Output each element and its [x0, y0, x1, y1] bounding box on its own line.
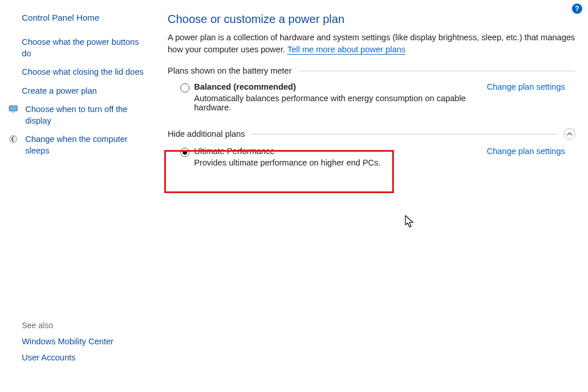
plan-text: Ultimate Performance Provides ultimate p…: [194, 147, 478, 167]
sidebar-item-create-plan[interactable]: Create a power plan: [22, 86, 149, 97]
change-plan-settings-link[interactable]: Change plan settings: [487, 147, 565, 156]
sidebar-item-label: Change when the computer sleeps: [25, 134, 149, 156]
sidebar-footer: See also Windows Mobility Center User Ac…: [22, 321, 149, 381]
sidebar-item-power-buttons[interactable]: Choose what the power buttons do: [22, 37, 149, 59]
chevron-up-icon: [567, 131, 572, 137]
intro-text: A power plan is a collection of hardware…: [168, 32, 575, 56]
sidebar-item-sleep[interactable]: Change when the computer sleeps: [22, 134, 149, 156]
sidebar-item-display-off[interactable]: Choose when to turn off the display: [22, 104, 149, 126]
main-content: Choose or customize a power plan A power…: [161, 0, 588, 392]
control-panel-home-link[interactable]: Control Panel Home: [22, 13, 149, 22]
sidebar-links: Choose what the power buttons do Choose …: [22, 37, 149, 157]
plan-desc: Provides ultimate performance on higher …: [194, 158, 478, 167]
svg-rect-1: [11, 112, 15, 113]
sidebar: Control Panel Home Choose what the power…: [0, 0, 161, 392]
svg-rect-0: [9, 106, 17, 111]
footer-link-mobility-center[interactable]: Windows Mobility Center: [22, 337, 149, 346]
moon-icon: [8, 134, 18, 144]
monitor-icon: [8, 104, 18, 114]
plan-balanced: Balanced (recommended) Automatically bal…: [168, 75, 575, 112]
plan-text: Balanced (recommended) Automatically bal…: [194, 82, 478, 112]
plan-desc: Automatically balances performance with …: [194, 94, 478, 112]
plan-name: Balanced (recommended): [194, 82, 478, 91]
plan-name: Ultimate Performance: [194, 147, 478, 156]
footer-link-user-accounts[interactable]: User Accounts: [22, 353, 149, 362]
group-label: Hide additional plans: [168, 129, 245, 139]
group-additional-plans: Hide additional plans: [168, 128, 575, 140]
radio-balanced[interactable]: [180, 83, 189, 93]
help-button[interactable]: ?: [572, 3, 582, 14]
sidebar-item-label: Choose what the power buttons do: [22, 37, 149, 59]
sidebar-item-label: Choose when to turn off the display: [25, 104, 149, 126]
change-plan-settings-link[interactable]: Change plan settings: [487, 82, 565, 91]
page-title: Choose or customize a power plan: [168, 13, 575, 26]
sidebar-item-lid[interactable]: Choose what closing the lid does: [22, 67, 149, 78]
group-battery-meter: Plans shown on the battery meter: [168, 66, 575, 75]
plan-ultimate: Ultimate Performance Provides ultimate p…: [168, 140, 575, 167]
radio-ultimate[interactable]: [180, 148, 189, 157]
divider: [251, 134, 558, 134]
group-label: Plans shown on the battery meter: [168, 66, 292, 75]
divider: [297, 71, 575, 71]
sidebar-item-label: Create a power plan: [22, 86, 97, 97]
intro-link[interactable]: Tell me more about power plans: [287, 45, 405, 55]
see-also-label: See also: [22, 321, 149, 330]
collapse-toggle-button[interactable]: [564, 128, 575, 140]
cursor-icon: [405, 215, 416, 230]
sidebar-item-label: Choose what closing the lid does: [22, 67, 144, 78]
